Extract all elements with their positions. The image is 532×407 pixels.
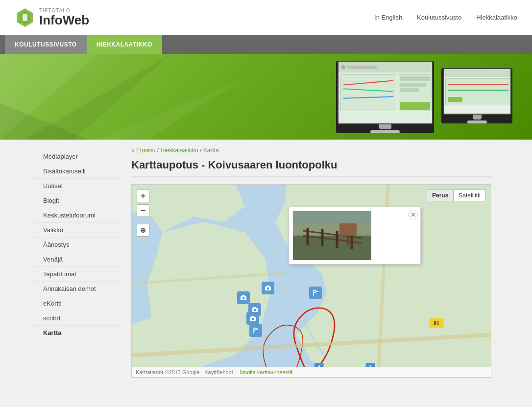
- svg-point-23: [254, 309, 256, 311]
- map-marker-camera-1[interactable]: [237, 291, 250, 304]
- breadcrumb-hiekkalaatikko[interactable]: Hiekkalaatikko: [160, 147, 198, 154]
- svg-rect-42: [293, 211, 371, 223]
- svg-rect-41: [347, 236, 349, 245]
- svg-text:81: 81: [434, 321, 439, 326]
- sidebar-item-venaja[interactable]: Venäjä: [31, 252, 121, 267]
- map-type-satelliitti[interactable]: Satelliitti: [453, 190, 486, 201]
- breadcrumb-separator: »: [131, 147, 136, 154]
- sidebar-item-mediaplayer[interactable]: Mediaplayer: [31, 149, 121, 164]
- monitor-large: [336, 61, 434, 133]
- map-footer: Karttatiedot ©2013 Google - Käyttöehdot …: [132, 367, 491, 377]
- monitor-stand-large: [379, 124, 391, 129]
- content-area: » Etusivu / Hiekkalaatikko / Kartta Kart…: [121, 147, 501, 378]
- map-type-selector: Perus Satelliitti: [427, 190, 486, 201]
- svg-rect-30: [251, 316, 254, 317]
- sidebar-item-kartta[interactable]: Kartta: [31, 326, 121, 340]
- sidebar-item-blogit[interactable]: Blogit: [31, 193, 121, 208]
- map-marker-flag-2[interactable]: [309, 287, 322, 299]
- map-copyright: Karttatiedot ©2013 Google - Käyttöehdot: [136, 369, 233, 375]
- zoom-in-button[interactable]: +: [137, 190, 149, 202]
- hero-banner: [0, 54, 532, 140]
- monitor-stand-small: [473, 115, 482, 120]
- svg-point-29: [252, 318, 254, 320]
- svg-rect-27: [266, 286, 269, 287]
- svg-rect-21: [242, 295, 245, 297]
- main-wrap: Mediaplayer Sisältökaruselli Uutiset Blo…: [31, 140, 501, 385]
- sidebar-item-ekortti[interactable]: eKortti: [31, 296, 121, 311]
- svg-point-26: [267, 287, 269, 290]
- map-marker-camera-3[interactable]: [262, 282, 274, 294]
- breadcrumb-etusivu[interactable]: Etusivu: [136, 147, 155, 154]
- svg-rect-24: [253, 307, 256, 309]
- nav-koulutussivusto[interactable]: Koulutussivusto: [417, 14, 461, 21]
- sidebar-item-sisaltokaruselli[interactable]: Sisältökaruselli: [31, 164, 121, 179]
- header: TIETOTALO InfoWeb In English Koulutussiv…: [0, 0, 532, 35]
- monitor-base-small: [467, 120, 487, 123]
- locate-button[interactable]: ⊕: [137, 224, 149, 237]
- monitor-screen-large: [338, 61, 433, 124]
- map-report-error-link[interactable]: Ilmoita karttavirheestä: [240, 369, 293, 375]
- svg-point-20: [242, 297, 245, 300]
- nav-hiekkalaatikko[interactable]: Hiekkalaatikko: [476, 14, 517, 21]
- breadcrumb-current: Kartta: [203, 147, 219, 154]
- sidebar-item-tapahtumat[interactable]: Tapahtumat: [31, 267, 121, 282]
- sidebar-item-annakaisan-demot[interactable]: Annakaisan demot: [31, 282, 121, 296]
- logo-text: TIETOTALO InfoWeb: [39, 8, 89, 27]
- map-marker-flag-1[interactable]: [249, 324, 262, 337]
- svg-rect-40: [339, 223, 357, 236]
- logo-icon: [15, 7, 35, 28]
- main-nav: In English Koulutussivusto Hiekkalaatikk…: [374, 14, 517, 21]
- zoom-out-button[interactable]: −: [137, 204, 149, 217]
- tab-koulutussivusto[interactable]: KOULUTUSSIVUSTO: [5, 35, 87, 54]
- popup-image: [293, 211, 371, 260]
- map-type-perus[interactable]: Perus: [427, 190, 453, 201]
- monitor-small: [441, 68, 512, 123]
- nav-in-english[interactable]: In English: [374, 14, 402, 21]
- sidebar-item-aanestys[interactable]: Äänestys: [31, 238, 121, 252]
- popup-close-button[interactable]: ✕: [408, 210, 418, 219]
- svg-rect-3: [23, 14, 27, 21]
- map-container[interactable]: 81 4 4 Google + − ⊕ Perus Satelliitti: [131, 184, 491, 378]
- monitor-base-large: [370, 130, 400, 133]
- map-marker-camera-4[interactable]: [246, 312, 259, 325]
- logo-infoweb: InfoWeb: [39, 13, 89, 27]
- monitor-screen-small: [443, 68, 511, 115]
- hero-monitors: [336, 61, 512, 133]
- sidebar-item-uutiset[interactable]: Uutiset: [31, 179, 121, 193]
- tab-hiekkalaatikko[interactable]: HIEKKALAATIKKO: [87, 35, 162, 54]
- sidebar-item-valikko[interactable]: Valikko: [31, 223, 121, 238]
- map-popup: ✕: [289, 207, 421, 264]
- tab-bar: KOULUTUSSIVUSTO HIEKKALAATIKKO: [0, 35, 532, 54]
- sidebar-item-scribd[interactable]: scribd: [31, 311, 121, 326]
- sidebar-item-keskustelufoorumi[interactable]: Keskustelufoorumi: [31, 208, 121, 223]
- logo-area: TIETOTALO InfoWeb: [15, 7, 89, 28]
- sidebar: Mediaplayer Sisältökaruselli Uutiset Blo…: [31, 147, 121, 378]
- breadcrumb: » Etusivu / Hiekkalaatikko / Kartta: [131, 147, 491, 154]
- page-title: Karttaupotus - Koivusaaren luontopolku: [131, 159, 491, 177]
